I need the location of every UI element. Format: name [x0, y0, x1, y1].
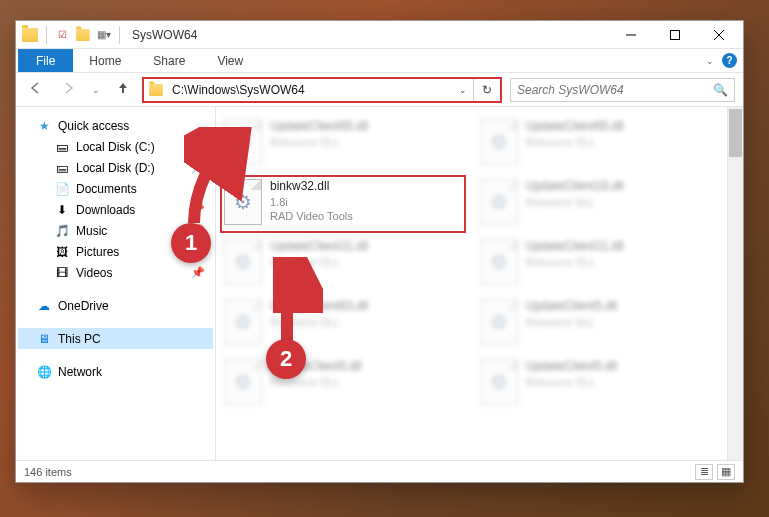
separator: [46, 26, 47, 44]
ribbon-collapse-icon[interactable]: ⌄: [706, 56, 714, 66]
gear-icon: ⚙: [234, 190, 252, 214]
file-item[interactable]: ⚙UpdateClient65.dllResource DLL: [476, 115, 722, 173]
qat-folder-icon[interactable]: [76, 29, 90, 41]
separator: [119, 26, 120, 44]
titlebar: ☑ ▦▾ SysWOW64: [16, 21, 743, 49]
onedrive-icon: ☁: [36, 298, 52, 314]
icons-view-button[interactable]: ▦: [717, 464, 735, 480]
up-button[interactable]: [112, 79, 134, 101]
tab-file[interactable]: File: [18, 49, 73, 72]
status-bar: 146 items ≣ ▦: [16, 460, 743, 482]
ribbon-tabs: File Home Share View ⌄ ?: [16, 49, 743, 73]
search-bar[interactable]: 🔍: [510, 78, 735, 102]
file-item[interactable]: ⚙UpdateClient5.dllResource DLL: [220, 355, 466, 413]
search-icon[interactable]: 🔍: [713, 83, 728, 97]
sidebar-label: This PC: [58, 332, 101, 346]
explorer-window: ☑ ▦▾ SysWOW64 File Home Share View ⌄ ? ⌄: [15, 20, 744, 483]
file-thumb: ⚙: [224, 239, 262, 285]
close-button[interactable]: [697, 21, 741, 49]
pin-icon: 📌: [191, 161, 205, 174]
pin-icon: 📌: [191, 203, 205, 216]
sidebar-network[interactable]: 🌐 Network: [18, 361, 213, 382]
gear-icon: ⚙: [234, 130, 252, 154]
scroll-thumb[interactable]: [729, 109, 742, 157]
sidebar-item-downloads[interactable]: ⬇ Downloads 📌: [18, 199, 213, 220]
file-meta: UpdateClient5.dllResource DLL: [526, 359, 617, 389]
scrollbar[interactable]: [727, 107, 743, 460]
minimize-button[interactable]: [609, 21, 653, 49]
sidebar-item-documents[interactable]: 📄 Documents 📌: [18, 178, 213, 199]
documents-icon: 📄: [54, 181, 70, 197]
file-item[interactable]: ⚙UpdateClient65.dllResource DLL: [220, 115, 466, 173]
file-thumb: ⚙: [480, 239, 518, 285]
window-controls: [609, 21, 741, 49]
sidebar-thispc[interactable]: 🖥 This PC: [18, 328, 213, 349]
file-item[interactable]: ⚙UpdateClient5.dllResource DLL: [476, 355, 722, 413]
sidebar-label: Music: [76, 224, 107, 238]
file-meta: UpdateClient65.dllResource DLL: [526, 119, 624, 149]
qat-checkbox-icon[interactable]: ☑: [55, 28, 69, 42]
gear-icon: ⚙: [490, 250, 508, 274]
file-thumb: ⚙: [480, 299, 518, 345]
file-thumb: ⚙: [224, 179, 262, 225]
pin-icon: 📌: [191, 140, 205, 153]
gear-icon: ⚙: [234, 370, 252, 394]
back-button[interactable]: [24, 79, 48, 101]
sidebar-label: Local Disk (C:): [76, 140, 155, 154]
address-input[interactable]: [168, 81, 453, 99]
file-meta: UpdateClient19.dllResource DLL: [526, 179, 624, 209]
ribbon-right: ⌄ ?: [706, 53, 737, 68]
help-icon[interactable]: ?: [722, 53, 737, 68]
address-bar[interactable]: ⌄ ↻: [142, 77, 502, 103]
downloads-icon: ⬇: [54, 202, 70, 218]
network-icon: 🌐: [36, 364, 52, 380]
titlebar-left: ☑ ▦▾ SysWOW64: [18, 26, 609, 44]
details-view-button[interactable]: ≣: [695, 464, 713, 480]
pc-icon: 🖥: [36, 331, 52, 347]
sidebar-item-videos[interactable]: 🎞 Videos 📌: [18, 262, 213, 283]
tab-view[interactable]: View: [201, 49, 259, 72]
navigation-pane[interactable]: ★ Quick access 🖴 Local Disk (C:) 📌 🖴 Loc…: [16, 107, 216, 460]
gear-icon: ⚙: [234, 250, 252, 274]
file-item[interactable]: ⚙UpdateClient19.dllResource DLL: [476, 175, 722, 233]
svg-rect-1: [671, 30, 680, 39]
file-item[interactable]: ⚙UpdateClient63.dllResource DLL: [220, 295, 466, 353]
sidebar-label: Quick access: [58, 119, 129, 133]
file-thumb: ⚙: [480, 179, 518, 225]
callout-2: 2: [266, 339, 306, 379]
body: ★ Quick access 🖴 Local Disk (C:) 📌 🖴 Loc…: [16, 107, 743, 460]
tab-share[interactable]: Share: [137, 49, 201, 72]
file-thumb: ⚙: [224, 299, 262, 345]
file-item-highlighted[interactable]: ⚙binkw32.dll1.8iRAD Video Tools: [220, 175, 466, 233]
address-folder-icon: [149, 84, 163, 96]
pin-icon: 📌: [191, 266, 205, 279]
gear-icon: ⚙: [490, 130, 508, 154]
file-meta: UpdateClient63.dllResource DLL: [270, 299, 368, 329]
gear-icon: ⚙: [490, 190, 508, 214]
maximize-button[interactable]: [653, 21, 697, 49]
recent-locations-button[interactable]: ⌄: [88, 83, 104, 97]
file-item[interactable]: ⚙UpdateClient21.dllResource DLL: [476, 235, 722, 293]
file-meta: UpdateClient21.dllResource DLL: [526, 239, 624, 269]
file-thumb: ⚙: [480, 359, 518, 405]
drive-icon: 🖴: [54, 139, 70, 155]
videos-icon: 🎞: [54, 265, 70, 281]
sidebar-label: Network: [58, 365, 102, 379]
music-icon: 🎵: [54, 223, 70, 239]
sidebar-item-ddrive[interactable]: 🖴 Local Disk (D:) 📌: [18, 157, 213, 178]
refresh-button[interactable]: ↻: [474, 83, 500, 97]
forward-button[interactable]: [56, 79, 80, 101]
address-dropdown-icon[interactable]: ⌄: [453, 85, 473, 95]
tab-home[interactable]: Home: [73, 49, 137, 72]
qat-properties-icon[interactable]: ▦▾: [97, 28, 111, 42]
file-meta: UpdateClient5.dllResource DLL: [526, 299, 617, 329]
sidebar-quick-access[interactable]: ★ Quick access: [18, 115, 213, 136]
file-meta: UpdateClient65.dllResource DLL: [270, 119, 368, 149]
sidebar-label: Documents: [76, 182, 137, 196]
search-input[interactable]: [517, 83, 713, 97]
file-item[interactable]: ⚙UpdateClient5.dllResource DLL: [476, 295, 722, 353]
sidebar-onedrive[interactable]: ☁ OneDrive: [18, 295, 213, 316]
file-item[interactable]: ⚙UpdateClient21.dllResource DLL: [220, 235, 466, 293]
file-pane[interactable]: ⚙UpdateClient65.dllResource DLL⚙UpdateCl…: [216, 107, 743, 460]
sidebar-item-cdrive[interactable]: 🖴 Local Disk (C:) 📌: [18, 136, 213, 157]
